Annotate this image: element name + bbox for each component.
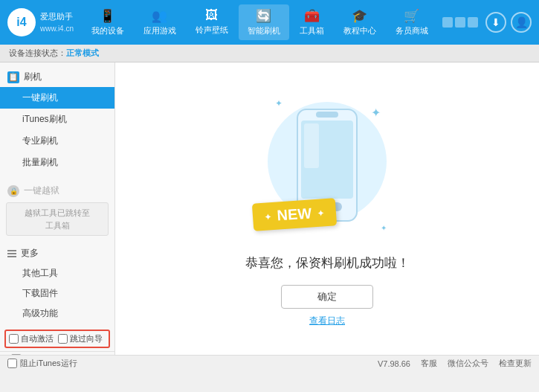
content-area: ✦ ✦ ✦ ✦ NEW ✦ 恭 (115, 62, 539, 355)
sidebar-item-one-key-flash[interactable]: 一键刷机 (0, 87, 114, 109)
service-icon: 🛒 (404, 8, 419, 24)
itunes-bar: 阻止iTunes运行 V7.98.66 客服 微信公众号 检查更新 (0, 355, 539, 371)
auto-activate-checkbox[interactable] (9, 334, 19, 344)
smart-flash-icon: 🔄 (256, 8, 271, 24)
nav-bar: 📱 我的设备 👥 应用游戏 🖼 铃声壁纸 🔄 智能刷机 🧰 工具箱 🎓 教程中心… (81, 4, 438, 40)
auto-activate-label[interactable]: 自动激活 (9, 333, 54, 344)
sidebar-item-advanced[interactable]: 高级功能 (0, 303, 114, 324)
logo-text: 爱思助手 www.i4.cn (40, 10, 74, 34)
logo: i4 爱思助手 www.i4.cn (7, 8, 74, 36)
header-actions: ⬇ 👤 (442, 12, 532, 33)
logo-icon: i4 (7, 8, 36, 36)
log-link[interactable]: 查看日志 (309, 315, 345, 327)
nav-tutorial[interactable]: 🎓 教程中心 (335, 4, 385, 40)
sidebar: 📋 刷机 一键刷机 iTunes刷机 专业刷机 批量刷机 🔒 一键越狱 (0, 62, 115, 355)
flash-section-icon: 📋 (7, 71, 19, 83)
version-label: V7.98.66 (378, 359, 410, 368)
sparkle-top-left: ✦ (275, 98, 283, 109)
window-controls (442, 17, 478, 28)
itunes-label: 阻止iTunes运行 (20, 358, 77, 369)
sidebar-item-download-fw[interactable]: 下载固件 (0, 283, 114, 303)
jailbreak-notice: 越狱工具已跳转至工具箱 (6, 202, 109, 236)
sidebar-item-other-tools[interactable]: 其他工具 (0, 263, 114, 283)
nav-toolbox[interactable]: 🧰 工具箱 (291, 4, 333, 40)
guide-checkbox[interactable] (58, 334, 68, 344)
nav-service[interactable]: 🛒 务员商城 (387, 4, 437, 40)
sparkle-bottom-right: ✦ (381, 224, 387, 232)
guide-label[interactable]: 跳过向导 (58, 333, 103, 344)
flash-section-header: 📋 刷机 (0, 67, 114, 87)
sparkle-top-right: ✦ (371, 106, 381, 120)
download-icon: ⬇ (491, 16, 500, 28)
nav-my-device[interactable]: 📱 我的设备 (83, 4, 133, 40)
user-icon: 👤 (515, 16, 528, 28)
sidebar-item-pro-flash[interactable]: 专业刷机 (0, 130, 114, 152)
sidebar-item-batch-flash[interactable]: 批量刷机 (0, 152, 114, 173)
jailbreak-header: 🔒 一键越狱 (0, 181, 114, 201)
more-section-header: 更多 (0, 243, 114, 263)
itunes-checkbox[interactable] (7, 359, 17, 368)
status-prefix: 设备连接状态： (9, 48, 66, 59)
footer-link-wechat[interactable]: 微信公众号 (448, 358, 488, 369)
jailbreak-section: 🔒 一键越狱 越狱工具已跳转至工具箱 (0, 178, 114, 240)
my-device-icon: 📱 (100, 8, 115, 24)
nav-apps[interactable]: 👥 应用游戏 (135, 4, 185, 40)
footer-link-support[interactable]: 客服 (421, 358, 437, 369)
download-button[interactable]: ⬇ (485, 12, 506, 33)
nav-ringtone[interactable]: 🖼 铃声壁纸 (187, 4, 237, 40)
toolbox-icon: 🧰 (304, 8, 320, 24)
main-area: 📋 刷机 一键刷机 iTunes刷机 专业刷机 批量刷机 🔒 一键越狱 (0, 62, 539, 355)
sidebar-item-itunes-flash[interactable]: iTunes刷机 (0, 109, 114, 130)
header: i4 爱思助手 www.i4.cn 📱 我的设备 👥 应用游戏 🖼 铃声壁纸 🔄… (0, 0, 539, 45)
footer-version: V7.98.66 客服 微信公众号 检查更新 (378, 358, 532, 369)
flash-section: 📋 刷机 一键刷机 iTunes刷机 专业刷机 批量刷机 (0, 62, 114, 178)
status-bar: 设备连接状态： 正常模式 (0, 45, 539, 62)
user-button[interactable]: 👤 (511, 12, 532, 33)
confirm-button[interactable]: 确定 (281, 285, 373, 309)
phone-illustration: ✦ ✦ ✦ ✦ NEW ✦ (253, 91, 401, 247)
tutorial-icon: 🎓 (352, 8, 367, 24)
apps-icon: 👥 (152, 8, 167, 24)
footer-link-update[interactable]: 检查更新 (499, 358, 532, 369)
ringtone-icon: 🖼 (205, 8, 218, 23)
status-mode: 正常模式 (66, 48, 99, 59)
new-badge: ✦ NEW ✦ (252, 198, 337, 231)
svg-rect-3 (316, 112, 338, 118)
device-row: 📱 iPhone 15 Pro Max 512GB iPhone (0, 351, 114, 355)
svg-rect-4 (304, 123, 319, 168)
success-message: 恭喜您，保资料刷机成功啦！ (245, 254, 410, 271)
more-section: 更多 其他工具 下载固件 高级功能 (0, 240, 114, 327)
nav-smart-flash[interactable]: 🔄 智能刷机 (239, 4, 289, 40)
auto-activate-row: 自动激活 跳过向导 (4, 330, 110, 348)
